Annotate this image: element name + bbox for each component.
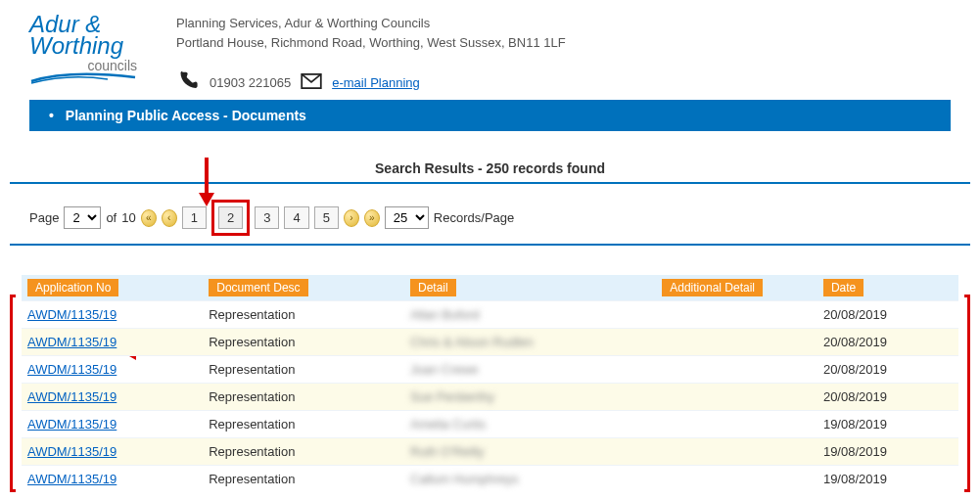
- application-link[interactable]: AWDM/1135/19: [27, 417, 117, 432]
- table-row: AWDM/1135/19RepresentationJoan Crewe20/0…: [22, 356, 958, 384]
- application-link[interactable]: AWDM/1135/19: [27, 472, 117, 486]
- results-table-wrap: Application No Document Desc Detail Addi…: [10, 275, 970, 492]
- results-title: Search Results - 250 records found: [375, 160, 605, 176]
- phone-number: 01903 221065: [210, 75, 291, 90]
- table-row: AWDM/1135/19RepresentationAmelia Curtis1…: [22, 411, 958, 438]
- total-pages: 10: [121, 210, 135, 225]
- cell-additional: [656, 384, 817, 411]
- cell-desc: Representation: [203, 438, 404, 466]
- page-4-button[interactable]: 4: [284, 206, 308, 229]
- contact-block: Planning Services, Adur & Worthing Counc…: [176, 10, 566, 96]
- results-table: Application No Document Desc Detail Addi…: [22, 275, 958, 492]
- divider: [10, 244, 970, 246]
- page-3-button[interactable]: 3: [255, 206, 279, 229]
- table-row: AWDM/1135/19RepresentationAllan Buford20…: [22, 301, 958, 329]
- table-row: AWDM/1135/19RepresentationSue Penberthy2…: [22, 384, 958, 411]
- col-header-date[interactable]: Date: [823, 279, 863, 296]
- cell-additional: [656, 411, 817, 438]
- cell-additional: [656, 329, 817, 356]
- cell-additional: [656, 466, 817, 493]
- logo-line2: Worthing: [29, 35, 137, 57]
- email-planning-link[interactable]: e-mail Planning: [332, 75, 420, 90]
- cell-detail: Callum Humphreys: [404, 466, 656, 493]
- cell-additional: [656, 301, 817, 329]
- page-header: Adur & Worthing councils Planning Servic…: [0, 0, 980, 96]
- cell-date: 19/08/2019: [817, 466, 958, 493]
- address-line2: Portland House, Richmond Road, Worthing,…: [176, 33, 566, 53]
- divider: [10, 182, 970, 184]
- phone-icon: [176, 69, 200, 96]
- page-label-prefix: Page: [29, 210, 59, 225]
- application-link[interactable]: AWDM/1135/19: [27, 362, 117, 377]
- col-header-detail[interactable]: Detail: [410, 279, 456, 296]
- navbar: • Planning Public Access - Documents: [29, 100, 951, 131]
- page-label-mid: of: [106, 210, 117, 225]
- col-header-desc[interactable]: Document Desc: [209, 279, 307, 296]
- page-2-button[interactable]: 2: [218, 206, 243, 229]
- col-header-additional[interactable]: Additional Detail: [662, 279, 763, 296]
- prev-page-button[interactable]: ‹: [162, 209, 177, 227]
- cell-desc: Representation: [203, 411, 404, 438]
- page-1-button[interactable]: 1: [182, 206, 207, 229]
- cell-date: 19/08/2019: [817, 438, 958, 466]
- cell-additional: [656, 356, 817, 384]
- address-line1: Planning Services, Adur & Worthing Counc…: [176, 14, 566, 33]
- cell-desc: Representation: [203, 301, 404, 329]
- table-row: AWDM/1135/19RepresentationChris & Alison…: [22, 329, 958, 356]
- cell-date: 20/08/2019: [817, 356, 958, 384]
- cell-detail: Amelia Curtis: [404, 411, 656, 438]
- col-header-appno[interactable]: Application No: [27, 279, 118, 296]
- cell-detail: Sue Penberthy: [404, 384, 656, 411]
- table-header-row: Application No Document Desc Detail Addi…: [22, 275, 958, 301]
- cell-date: 20/08/2019: [817, 329, 958, 356]
- annotation-bracket-left-icon: [10, 295, 16, 492]
- cell-date: 20/08/2019: [817, 384, 958, 411]
- logo-swoosh-icon: [29, 71, 137, 85]
- application-link[interactable]: AWDM/1135/19: [27, 444, 117, 459]
- records-per-page-select[interactable]: 25: [385, 206, 429, 229]
- cell-desc: Representation: [203, 329, 404, 356]
- cell-desc: Representation: [203, 466, 404, 493]
- council-logo: Adur & Worthing councils: [29, 10, 137, 85]
- cell-detail: Ruth O'Reilly: [404, 438, 656, 466]
- annotation-bracket-right-icon: [964, 295, 970, 492]
- pager: Page 2 of 10 « ‹ 1 2 3 4 5 › » 25 Record…: [29, 204, 951, 232]
- page-select[interactable]: 2: [64, 206, 101, 229]
- bullet-icon: •: [49, 108, 54, 123]
- cell-additional: [656, 438, 817, 466]
- application-link[interactable]: AWDM/1135/19: [27, 307, 117, 322]
- next-page-button[interactable]: ›: [344, 209, 359, 227]
- table-row: AWDM/1135/19RepresentationRuth O'Reilly1…: [22, 438, 958, 466]
- cell-date: 20/08/2019: [817, 301, 958, 329]
- application-link[interactable]: AWDM/1135/19: [27, 335, 117, 349]
- page-5-button[interactable]: 5: [314, 206, 339, 229]
- records-per-page-label: Records/Page: [434, 210, 514, 225]
- mail-icon: [301, 73, 322, 92]
- cell-detail: Allan Buford: [404, 301, 656, 329]
- table-row: AWDM/1135/19RepresentationCallum Humphre…: [22, 466, 958, 493]
- application-link[interactable]: AWDM/1135/19: [27, 389, 117, 404]
- cell-detail: Joan Crewe: [404, 356, 656, 384]
- navbar-title: Planning Public Access - Documents: [66, 108, 306, 123]
- cell-desc: Representation: [203, 384, 404, 411]
- cell-desc: Representation: [203, 356, 404, 384]
- annotation-highlight-box: 2: [211, 200, 250, 236]
- results-title-row: Search Results - 250 records found: [0, 160, 980, 184]
- cell-detail: Chris & Alison Rudlen: [404, 329, 656, 356]
- cell-date: 19/08/2019: [817, 411, 958, 438]
- first-page-button[interactable]: «: [141, 209, 157, 227]
- last-page-button[interactable]: »: [364, 209, 380, 227]
